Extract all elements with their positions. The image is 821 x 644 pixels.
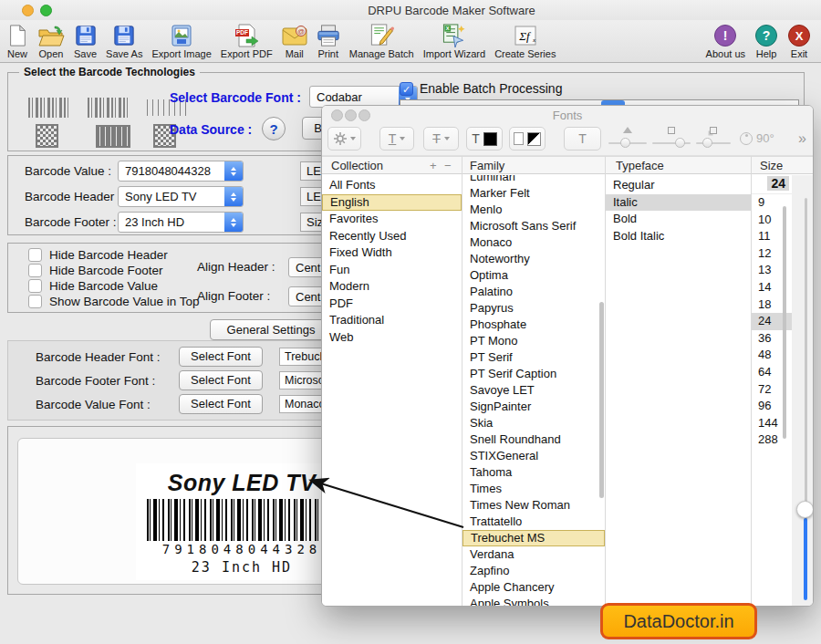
collection-item-traditional[interactable]: Traditional xyxy=(322,312,462,329)
typeface-item-regular[interactable]: Regular xyxy=(606,177,751,194)
shadow-angle-control[interactable]: 90° xyxy=(740,131,774,145)
shadow-opacity-slider[interactable] xyxy=(607,127,649,151)
add-collection-button[interactable]: + xyxy=(430,159,437,172)
select-font-button[interactable]: Select Font xyxy=(179,347,263,367)
family-item-marker-felt[interactable]: Marker Felt xyxy=(462,185,605,202)
select-font-button[interactable]: Select Font xyxy=(179,394,263,414)
family-item-signpainter[interactable]: SignPainter xyxy=(462,399,605,415)
enable-batch-checkbox[interactable]: ✓ xyxy=(400,82,413,96)
family-item-savoye-let[interactable]: Savoye LET xyxy=(462,382,605,399)
stepper-icon[interactable] xyxy=(224,161,243,181)
family-item-pt-serif[interactable]: PT Serif xyxy=(462,349,605,366)
minimize-button[interactable] xyxy=(22,5,34,16)
size-slider-knob[interactable] xyxy=(796,501,814,518)
toolbar-print-button[interactable]: Print xyxy=(317,22,340,59)
linear-barcode-icon[interactable] xyxy=(28,98,70,118)
family-item-papyrus[interactable]: Papyrus xyxy=(462,300,605,317)
pdf417-barcode-icon[interactable] xyxy=(96,125,130,148)
family-item-zapfino[interactable]: Zapfino xyxy=(462,563,605,579)
help-circle-button[interactable]: ? xyxy=(262,117,286,140)
collection-item-favorites[interactable]: Favorites xyxy=(322,211,462,228)
select-font-button[interactable]: Select Font xyxy=(179,370,263,390)
text-color-button[interactable]: T xyxy=(466,127,503,151)
family-item-skia[interactable]: Skia xyxy=(462,415,605,431)
toolbar-about-us-button[interactable]: !About us xyxy=(706,22,745,59)
window-title: DRPU Barcode Maker Software xyxy=(82,4,821,17)
family-item-pt-mono[interactable]: PT Mono xyxy=(462,333,605,349)
slider-knob[interactable] xyxy=(620,138,630,148)
typeface-item-italic[interactable]: Italic xyxy=(606,194,751,212)
toolbar-save-as-button[interactable]: Save As xyxy=(106,22,142,59)
more-toolbar-items-chevron[interactable]: » xyxy=(798,130,806,147)
stepper-icon[interactable] xyxy=(224,187,243,206)
field-combo[interactable]: 7918048044328 xyxy=(118,161,244,182)
text-shadow-button[interactable]: T xyxy=(564,127,601,151)
general-settings-button[interactable]: General Settings xyxy=(210,319,332,340)
family-item-trebuchet-ms[interactable]: Trebuchet MS xyxy=(462,530,605,546)
toolbar-new-button[interactable]: New xyxy=(6,22,28,59)
family-item-menlo[interactable]: Menlo xyxy=(462,202,605,218)
collection-item-pdf[interactable]: PDF xyxy=(322,296,462,313)
zoom-button[interactable] xyxy=(40,5,52,16)
family-item-optima[interactable]: Optima xyxy=(462,267,605,284)
toolbar-exit-button[interactable]: XExit xyxy=(787,22,811,59)
collection-item-modern[interactable]: Modern xyxy=(322,278,462,296)
toolbar-export-pdf-button[interactable]: PDFExport PDF xyxy=(221,22,273,59)
checkbox[interactable] xyxy=(28,279,42,293)
datadoctor-brand-button[interactable]: DataDoctor.in xyxy=(600,603,757,639)
family-item-palatino[interactable]: Palatino xyxy=(462,284,605,300)
family-item-microsoft-sans-serif[interactable]: Microsoft Sans Serif xyxy=(462,218,605,234)
collection-item-all-fonts[interactable]: All Fonts xyxy=(322,177,462,194)
font-actions-menu-button[interactable] xyxy=(327,127,361,151)
family-item-stixgeneral[interactable]: STIXGeneral xyxy=(462,448,605,464)
family-item-snell-roundhand[interactable]: Snell Roundhand xyxy=(462,431,605,448)
field-combo[interactable]: Sony LED TV xyxy=(118,186,244,207)
slider-knob[interactable] xyxy=(702,138,712,148)
family-item-tahoma[interactable]: Tahoma xyxy=(462,464,605,481)
toolbar-export-image-button[interactable]: Export Image xyxy=(151,22,211,59)
toolbar-manage-batch-button[interactable]: Manage Batch xyxy=(349,22,414,59)
collection-item-fun[interactable]: Fun xyxy=(322,262,462,279)
remove-collection-button[interactable]: − xyxy=(444,159,452,172)
checkbox[interactable] xyxy=(28,248,42,262)
family-item-monaco[interactable]: Monaco xyxy=(462,234,605,251)
family-item-times[interactable]: Times xyxy=(462,481,605,497)
document-color-button[interactable] xyxy=(509,127,546,151)
toolbar-help-button[interactable]: ?Help xyxy=(754,22,778,59)
datamatrix-barcode-icon[interactable] xyxy=(36,124,58,148)
typeface-item-bold[interactable]: Bold xyxy=(606,211,751,228)
family-item-noteworthy[interactable]: Noteworthy xyxy=(462,251,605,267)
family-item-luminari[interactable]: Luminari xyxy=(462,175,605,185)
toolbar-save-button[interactable]: Save xyxy=(74,22,97,59)
size-input[interactable]: 24 xyxy=(752,175,792,194)
field-combo[interactable]: 23 Inch HD xyxy=(118,212,244,233)
family-item-apple-chancery[interactable]: Apple Chancery xyxy=(462,579,605,596)
family-scrollbar[interactable] xyxy=(599,302,604,498)
shadow-offset-slider[interactable] xyxy=(694,127,733,151)
toolbar-import-wizard-button[interactable]: XImport Wizard xyxy=(423,22,485,59)
underline-menu-button[interactable]: T xyxy=(379,127,414,151)
checkbox[interactable] xyxy=(28,295,42,308)
family-item-trattatello[interactable]: Trattatello xyxy=(462,514,605,530)
slider-knob[interactable] xyxy=(675,138,685,148)
family-item-verdana[interactable]: Verdana xyxy=(462,546,605,563)
font-setting-label: Barcode Value Font : xyxy=(36,398,151,411)
family-item-apple-symbols[interactable]: Apple Symbols xyxy=(462,596,605,606)
collection-item-english[interactable]: English xyxy=(322,194,462,212)
linear-barcode-icon[interactable] xyxy=(88,98,130,118)
collection-item-fixed-width[interactable]: Fixed Width xyxy=(322,244,462,262)
checkbox[interactable] xyxy=(28,264,42,277)
family-item-pt-serif-caption[interactable]: PT Serif Caption xyxy=(462,366,605,382)
typeface-item-bold-italic[interactable]: Bold Italic xyxy=(606,228,751,245)
toolbar-create-series-button[interactable]: ΣfxCreate Series xyxy=(494,22,556,59)
stepper-icon[interactable] xyxy=(224,213,243,232)
family-item-phosphate[interactable]: Phosphate xyxy=(462,317,605,333)
size-scrollbar[interactable] xyxy=(783,206,786,439)
collection-item-recently-used[interactable]: Recently Used xyxy=(322,228,462,245)
collection-item-web[interactable]: Web xyxy=(322,329,462,347)
family-item-times-new-roman[interactable]: Times New Roman xyxy=(462,497,605,514)
strikethrough-menu-button[interactable]: T xyxy=(423,127,459,151)
shadow-blur-slider[interactable] xyxy=(650,127,692,151)
toolbar-open-button[interactable]: Open xyxy=(37,22,65,59)
toolbar-mail-button[interactable]: @Mail xyxy=(282,22,307,59)
